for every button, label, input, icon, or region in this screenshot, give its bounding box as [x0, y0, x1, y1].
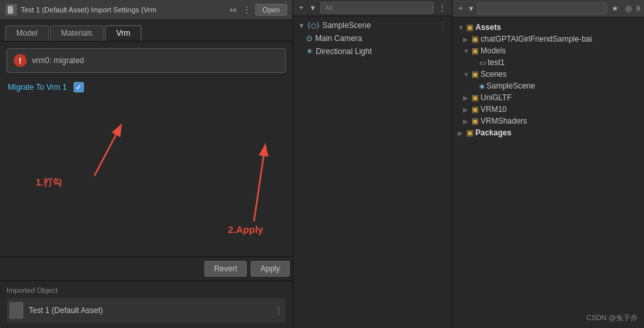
warning-icon: ! [14, 54, 27, 67]
samplescene-icon: ◈ [479, 82, 484, 90]
maincamera-label: Main Camera [315, 34, 362, 43]
tree-item-vrm10[interactable]: ▶ ▣ VRM10 [455, 103, 641, 115]
project-search[interactable] [477, 3, 607, 14]
camera-icon: ⊙ [306, 34, 313, 43]
scene-label: SampleScene [322, 21, 371, 30]
scene-item-maincamera[interactable]: ⊙ Main Camera [293, 32, 452, 45]
project-header: + ▼ ★ ◎ 9 [453, 0, 644, 18]
vrmshaders-folder-icon: ▣ [471, 116, 479, 126]
unigltf-folder-icon: ▣ [471, 93, 479, 102]
revert-button[interactable]: Revert [204, 261, 247, 277]
expand-icon: ▼ [298, 22, 305, 29]
vrmshaders-arrow: ▶ [463, 118, 469, 125]
hierarchy-add-label: ▼ [309, 4, 316, 12]
tree-item-scenes[interactable]: ▼ ▣ Scenes [455, 68, 641, 80]
imported-label: Imported Object [7, 286, 286, 294]
project-panel: + ▼ ★ ◎ 9 ▼ ▣ Assets ▶ ▣ chatGPTAIGirlFr… [453, 0, 644, 328]
vrm10-folder-icon: ▣ [471, 105, 479, 114]
apply-button[interactable]: Apply [251, 261, 290, 277]
project-tree: ▼ ▣ Assets ▶ ▣ chatGPTAIGirlFriendSample… [453, 18, 644, 328]
chatgpt-label: chatGPTAIGirlFriendSample-bai [481, 34, 592, 44]
more-icon[interactable]: ⋮ [241, 5, 253, 15]
vrm10-label: VRM10 [481, 105, 507, 114]
scene-item-directionallight[interactable]: ☀ Directional Light [293, 45, 452, 58]
models-label: Models [481, 46, 506, 55]
hierarchy-add-button[interactable]: + [297, 3, 305, 13]
tree-item-samplescene-proj[interactable]: ◈ SampleScene [455, 80, 641, 92]
assets-label: Assets [475, 23, 501, 32]
unigltf-arrow: ▶ [463, 94, 469, 102]
scenes-arrow: ▼ [463, 71, 469, 78]
hierarchy-more-button[interactable]: ⋮ [436, 3, 448, 13]
scene-item-samplescene[interactable]: ▼ ⟨◇⟩ SampleScene ⋮ [293, 19, 452, 32]
imported-section: Imported Object Test 1 (Default Asset) ⋮ [0, 280, 292, 328]
models-arrow: ▼ [463, 48, 469, 55]
favorites-icon[interactable]: ★ [609, 3, 621, 14]
scene-icon: ⟨◇⟩ [307, 21, 320, 30]
tab-materials[interactable]: Materials [50, 25, 104, 41]
eye-icon[interactable]: ◎ [623, 3, 634, 14]
scenes-label: Scenes [481, 70, 507, 79]
hierarchy-panel: + ▼ ⋮ ▼ ⟨◇⟩ SampleScene ⋮ ⊙ Main Camera … [293, 0, 453, 328]
light-icon: ☀ [306, 47, 313, 56]
project-add-arrow: ▼ [468, 5, 475, 12]
file-icon [5, 4, 17, 16]
tree-item-vrmshaders[interactable]: ▶ ▣ VRMShaders [455, 115, 641, 127]
dock-icon[interactable]: ⇔ [228, 5, 238, 15]
vrm10-arrow: ▶ [463, 106, 469, 113]
tab-vrm[interactable]: Vrm [105, 25, 141, 41]
assets-folder-icon: ▣ [466, 23, 473, 32]
tree-item-unigltf[interactable]: ▶ ▣ UniGLTF [455, 92, 641, 103]
import-settings-panel: Test 1 (Default Asset) Import Settings (… [0, 0, 293, 328]
chatgpt-folder-icon: ▣ [471, 34, 479, 44]
scenes-folder-icon: ▣ [471, 70, 479, 79]
models-folder-icon: ▣ [471, 46, 479, 55]
packages-label: Packages [475, 128, 511, 137]
packages-folder-icon: ▣ [466, 128, 473, 137]
tree-item-chatgpt[interactable]: ▶ ▣ chatGPTAIGirlFriendSample-bai [455, 33, 641, 45]
item-more-icon[interactable]: ⋮ [274, 305, 283, 316]
imported-item-name: Test 1 (Default Asset) [29, 306, 269, 315]
tree-item-models[interactable]: ▼ ▣ Models [455, 45, 641, 57]
tab-model[interactable]: Model [5, 25, 49, 41]
open-button[interactable]: Open [255, 4, 287, 16]
tree-item-test1[interactable]: ▭ test1 [455, 57, 641, 68]
packages-arrow: ▶ [458, 130, 464, 137]
scene-more-icon[interactable]: ⋮ [439, 21, 447, 30]
directionallight-label: Directional Light [316, 47, 372, 56]
count-badge: 9 [636, 5, 640, 12]
migrate-label: Migrate To Vrm 1 [8, 83, 67, 92]
panel-header: Test 1 (Default Asset) Import Settings (… [0, 0, 292, 20]
samplescene-proj-label: SampleScene [486, 81, 535, 90]
watermark: CSDN @兔子亦 [587, 313, 637, 323]
project-add-button[interactable]: + [456, 3, 465, 14]
migrate-row: Migrate To Vrm 1 [7, 79, 286, 95]
unigltf-label: UniGLTF [481, 93, 512, 102]
imported-item: Test 1 (Default Asset) ⋮ [7, 298, 286, 323]
tabs-bar: Model Materials Vrm [0, 20, 292, 42]
svg-marker-1 [12, 6, 14, 8]
chatgpt-arrow: ▶ [463, 36, 469, 43]
test1-label: test1 [488, 58, 505, 67]
hierarchy-toolbar: + ▼ ⋮ [293, 0, 452, 16]
tree-item-assets[interactable]: ▼ ▣ Assets [455, 21, 641, 33]
info-message: vrm0: migrated [32, 56, 84, 65]
test1-file-icon: ▭ [479, 59, 486, 67]
tree-item-packages[interactable]: ▶ ▣ Packages [455, 127, 641, 139]
hierarchy-search[interactable] [320, 2, 434, 14]
action-buttons: Revert Apply [0, 256, 292, 280]
panel-title: Test 1 (Default Asset) Import Settings (… [21, 6, 224, 14]
assets-arrow: ▼ [458, 24, 464, 31]
panel-content: ! vrm0: migrated Migrate To Vrm 1 [0, 42, 292, 256]
vrmshaders-label: VRMShaders [481, 116, 527, 126]
asset-icon [9, 302, 23, 319]
header-actions: ⇔ ⋮ Open [228, 4, 287, 16]
migrate-checkbox[interactable] [74, 82, 84, 92]
info-box: ! vrm0: migrated [7, 48, 286, 73]
hierarchy-content: ▼ ⟨◇⟩ SampleScene ⋮ ⊙ Main Camera ☀ Dire… [293, 16, 452, 328]
